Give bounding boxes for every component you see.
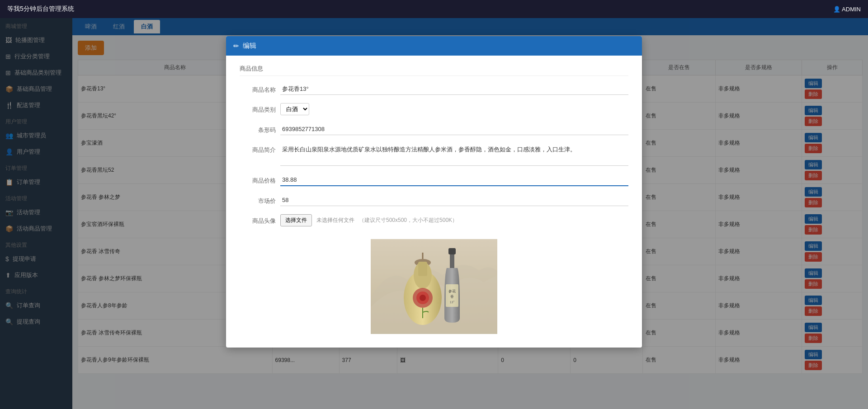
form-row-category: 商品类别 白酒 啤酒 红酒: [240, 103, 628, 115]
svg-point-8: [420, 295, 426, 301]
top-bar: 等我5分钟后台管理系统 👤 ADMIN: [0, 0, 868, 18]
edit-icon: ✏: [233, 42, 239, 50]
file-hint: （建议尺寸500x500，大小不超过500K）: [359, 216, 458, 224]
form-row-image: 商品头像 选择文件 未选择任何文件 （建议尺寸500x500，大小不超过500K…: [240, 214, 628, 226]
modal-title: 编辑: [243, 42, 256, 50]
svg-rect-5: [418, 262, 427, 276]
file-input-area: 选择文件 未选择任何文件 （建议尺寸500x500，大小不超过500K）: [280, 214, 458, 226]
form-row-market-price: 市场价: [240, 194, 628, 206]
preview-image: 参花 香 13°: [371, 239, 497, 334]
product-preview: 参花 香 13°: [240, 235, 628, 338]
admin-icon: 👤: [833, 6, 840, 13]
form-row-price: 商品价格: [240, 174, 628, 186]
form-row-desc: 商品简介 采用长白山泉阳泉水源地优质矿泉水以独特酿造方法精酿人参米酒，参香醇隐，…: [240, 143, 628, 166]
market-price-label: 市场价: [240, 194, 276, 205]
no-file-text: 未选择任何文件: [316, 216, 354, 224]
svg-text:13°: 13°: [450, 301, 455, 304]
edit-modal: ✏ 编辑 商品信息 商品名称 商品类别 白酒 啤酒 红酒 条形码: [226, 36, 642, 348]
name-input[interactable]: [280, 83, 628, 95]
modal-section-title: 商品信息: [240, 65, 628, 76]
form-row-barcode: 条形码: [240, 123, 628, 135]
name-label: 商品名称: [240, 83, 276, 94]
price-input[interactable]: [280, 174, 628, 186]
market-price-input[interactable]: [280, 194, 628, 206]
category-select[interactable]: 白酒 啤酒 红酒: [280, 103, 309, 115]
barcode-input[interactable]: [280, 123, 628, 135]
choose-file-button[interactable]: 选择文件: [280, 214, 312, 226]
price-label: 商品价格: [240, 174, 276, 185]
svg-rect-11: [450, 254, 454, 268]
admin-label: 👤 ADMIN: [833, 6, 861, 13]
svg-rect-10: [448, 248, 456, 254]
image-label: 商品头像: [240, 214, 276, 225]
app-title: 等我5分钟后台管理系统: [7, 5, 74, 13]
svg-text:香: 香: [450, 295, 454, 299]
modal-header: ✏ 编辑: [226, 36, 642, 56]
barcode-label: 条形码: [240, 123, 276, 134]
modal-body: 商品信息 商品名称 商品类别 白酒 啤酒 红酒 条形码: [226, 56, 642, 348]
bottle-svg: 参花 香 13°: [371, 239, 497, 334]
modal-overlay: ✏ 编辑 商品信息 商品名称 商品类别 白酒 啤酒 红酒 条形码: [0, 18, 868, 409]
form-row-name: 商品名称: [240, 83, 628, 95]
desc-label: 商品简介: [240, 143, 276, 154]
svg-text:参花: 参花: [448, 289, 456, 293]
desc-textarea[interactable]: 采用长白山泉阳泉水源地优质矿泉水以独特酿造方法精酿人参米酒，参香醇隐，酒色如金，…: [280, 143, 628, 166]
category-label: 商品类别: [240, 103, 276, 114]
